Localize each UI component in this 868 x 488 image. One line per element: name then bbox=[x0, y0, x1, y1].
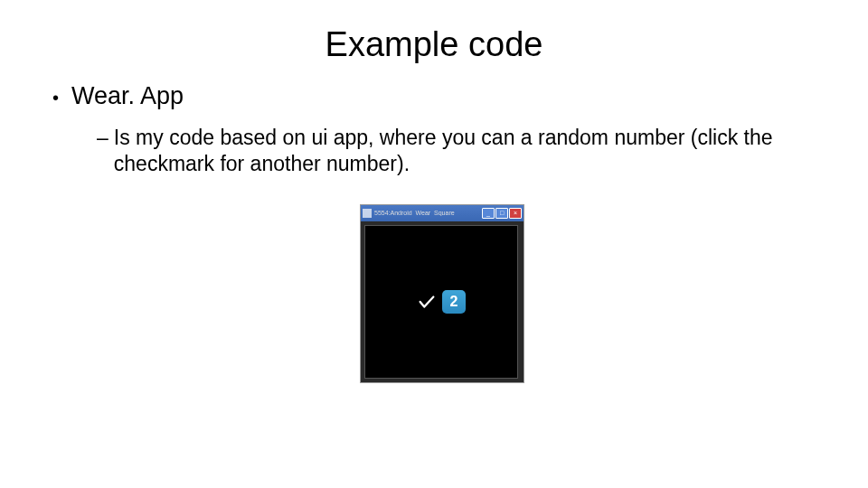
maximize-icon: □ bbox=[500, 210, 504, 216]
content-area: • Wear. App – Is my code based on ui app… bbox=[0, 82, 868, 383]
wear-content: 2 bbox=[417, 290, 466, 314]
bullet-dot-icon: • bbox=[52, 86, 59, 110]
bullet-1-text: Wear. App bbox=[71, 82, 184, 110]
bullet-2-text: Is my code based on ui app, where you ca… bbox=[114, 125, 805, 177]
window-titlebar: 5554:Android_Wear_Square _ □ × bbox=[361, 205, 524, 221]
close-icon: × bbox=[514, 210, 517, 216]
app-icon bbox=[363, 209, 372, 218]
titlebar-left: 5554:Android_Wear_Square bbox=[363, 209, 455, 218]
minimize-icon: _ bbox=[486, 210, 490, 216]
random-number-display: 2 bbox=[442, 290, 466, 314]
bullet-item-1: • Wear. App bbox=[52, 82, 832, 110]
close-button[interactable]: × bbox=[509, 208, 522, 219]
screenshot-container: 5554:Android_Wear_Square _ □ × bbox=[52, 204, 832, 383]
minimize-button[interactable]: _ bbox=[482, 208, 495, 219]
emulator-window: 5554:Android_Wear_Square _ □ × bbox=[360, 204, 524, 383]
window-controls: _ □ × bbox=[482, 208, 522, 219]
emulator-body: 2 bbox=[361, 221, 524, 382]
wear-screen: 2 bbox=[364, 225, 518, 379]
bullet-item-2: – Is my code based on ui app, where you … bbox=[52, 125, 832, 177]
slide-title: Example code bbox=[0, 0, 868, 82]
maximize-button[interactable]: □ bbox=[495, 208, 508, 219]
bullet-dash-icon: – bbox=[97, 125, 108, 151]
window-title: 5554:Android_Wear_Square bbox=[374, 210, 455, 216]
checkmark-icon[interactable] bbox=[417, 292, 437, 312]
